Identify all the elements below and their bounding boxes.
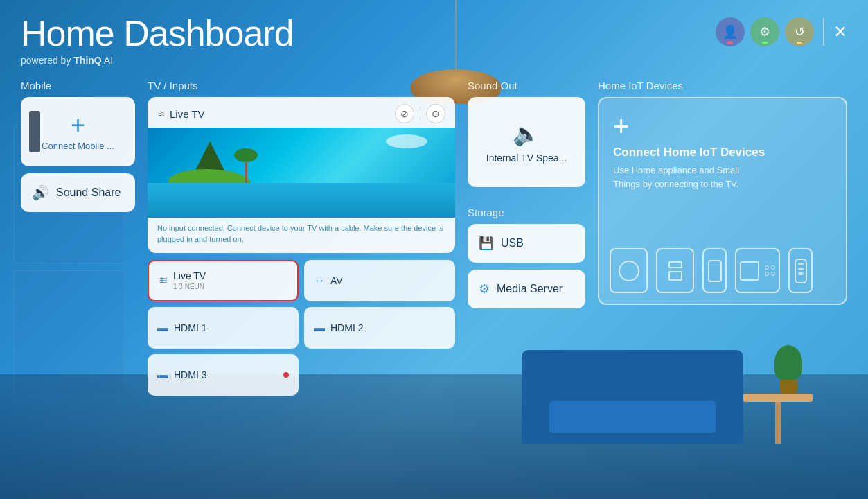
mobile-section-label: Mobile bbox=[21, 80, 135, 91]
sound-out-card[interactable]: 🔈 Internal TV Spea... bbox=[468, 97, 585, 187]
remote-btn-2 bbox=[798, 268, 804, 270]
dryer-bottom bbox=[668, 271, 682, 281]
sound-out-label: Sound Out bbox=[468, 80, 585, 91]
oven-dot-2 bbox=[771, 265, 775, 270]
tv-section-label: TV / Inputs bbox=[148, 80, 455, 91]
iot-plus-icon: + bbox=[613, 112, 832, 140]
washing-machine-icon bbox=[619, 261, 639, 281]
sound-share-card[interactable]: 🔊 Sound Share bbox=[21, 173, 135, 212]
remote-btn-1 bbox=[798, 263, 804, 265]
storage-section: Storage 💾 USB ⚙ Media Server bbox=[468, 207, 585, 308]
hdmi3-icon: ▬ bbox=[157, 369, 168, 381]
hdmi1-label: HDMI 1 bbox=[174, 322, 206, 333]
tv-action-divider bbox=[420, 107, 420, 121]
user-button[interactable]: 👤 bbox=[716, 17, 745, 46]
remote-btn-3 bbox=[798, 272, 804, 275]
sound-storage-column: Sound Out 🔈 Internal TV Spea... Storage … bbox=[468, 80, 585, 318]
subtitle: powered by ThinQ AI bbox=[21, 55, 294, 66]
header: Home Dashboard powered by ThinQ AI 👤 ⚙ ↺… bbox=[21, 14, 847, 66]
iot-description: Use Home appliance and Small Things by c… bbox=[613, 164, 752, 191]
input-hdmi2[interactable]: ▬ HDMI 2 bbox=[304, 307, 455, 349]
refresh-button[interactable]: ↺ bbox=[785, 17, 814, 46]
media-server-card[interactable]: ⚙ Media Server bbox=[468, 270, 585, 308]
iot-section-label: Home IoT Devices bbox=[598, 80, 847, 91]
live-tv-label: ≋ Live TV bbox=[157, 108, 205, 120]
usb-card[interactable]: 💾 USB bbox=[468, 224, 585, 263]
iot-title: Connect Home IoT Devices bbox=[613, 146, 832, 159]
iot-device-washing-machine bbox=[610, 248, 648, 293]
content-overlay: Home Dashboard powered by ThinQ AI 👤 ⚙ ↺… bbox=[0, 0, 868, 499]
storage-label: Storage bbox=[468, 207, 585, 218]
input-live-tv[interactable]: ≋ Live TV 1 3 NEUN bbox=[148, 260, 299, 301]
tv-thumbnail bbox=[148, 128, 455, 218]
usb-label: USB bbox=[501, 237, 524, 250]
mobile-section: Mobile + Connect Mobile ... 🔊 Sound Shar… bbox=[21, 80, 135, 212]
usb-icon: 💾 bbox=[479, 236, 494, 251]
tv-no-input-message: No input connected. Connect device to yo… bbox=[148, 218, 455, 253]
input-hdmi3[interactable]: ▬ HDMI 3 bbox=[148, 354, 299, 396]
iot-device-remote bbox=[788, 248, 813, 293]
hdmi3-dot bbox=[283, 372, 289, 378]
sound-out-current: Internal TV Spea... bbox=[486, 152, 567, 164]
island-palm bbox=[245, 148, 247, 183]
phone-icon bbox=[708, 260, 722, 282]
hdmi1-icon: ▬ bbox=[157, 322, 168, 334]
live-tv-input-label: Live TV bbox=[173, 270, 206, 281]
sound-out-section: Sound Out 🔈 Internal TV Spea... bbox=[468, 80, 585, 187]
oven-content bbox=[740, 261, 775, 281]
iot-section: Home IoT Devices + Connect Home IoT Devi… bbox=[598, 80, 847, 305]
media-server-label: Media Server bbox=[497, 283, 563, 295]
iot-device-phone bbox=[702, 248, 727, 293]
settings-button[interactable]: ⚙ bbox=[750, 17, 779, 46]
hdmi3-label: HDMI 3 bbox=[174, 369, 206, 380]
media-server-icon: ⚙ bbox=[479, 281, 490, 297]
iot-device-dryer bbox=[656, 248, 694, 293]
sections-row: Mobile + Connect Mobile ... 🔊 Sound Shar… bbox=[21, 80, 847, 405]
oven-dot-4 bbox=[771, 272, 775, 276]
live-tv-sub: 1 3 NEUN bbox=[173, 283, 206, 290]
subtitle-prefix: powered by bbox=[21, 55, 73, 66]
speaker-icon: 🔈 bbox=[513, 121, 540, 147]
tv-remove-button[interactable]: ⊖ bbox=[426, 104, 445, 123]
speaker-bluetooth-icon: 🔊 bbox=[32, 184, 49, 201]
tv-section: TV / Inputs ≋ Live TV ⊘ ⊖ bbox=[148, 80, 455, 396]
connect-mobile-card[interactable]: + Connect Mobile ... bbox=[21, 97, 135, 166]
oven-window bbox=[740, 261, 759, 281]
live-tv-info: Live TV 1 3 NEUN bbox=[173, 270, 206, 290]
brand-name: ThinQ bbox=[73, 55, 101, 66]
av-label: AV bbox=[330, 275, 343, 286]
input-av[interactable]: ↔ AV bbox=[304, 260, 455, 301]
island-water bbox=[148, 183, 455, 218]
connect-mobile-label: Connect Mobile ... bbox=[42, 141, 114, 151]
tv-main-card[interactable]: ≋ Live TV ⊘ ⊖ No input conne bbox=[148, 97, 455, 253]
iot-device-oven bbox=[735, 248, 780, 293]
sound-share-label: Sound Share bbox=[56, 186, 121, 199]
page-title: Home Dashboard bbox=[21, 14, 294, 53]
current-input-label: Live TV bbox=[170, 108, 205, 120]
oven-dot-3 bbox=[765, 272, 769, 276]
dryer-top bbox=[668, 261, 682, 268]
mobile-icon-strip bbox=[29, 111, 40, 152]
live-tv-icon: ≋ bbox=[159, 274, 168, 287]
antenna-icon: ≋ bbox=[157, 108, 166, 119]
tv-card-actions: ⊘ ⊖ bbox=[395, 104, 445, 123]
hdmi2-icon: ▬ bbox=[314, 322, 325, 334]
controls-divider bbox=[823, 18, 824, 46]
iot-card[interactable]: + Connect Home IoT Devices Use Home appl… bbox=[598, 97, 847, 305]
window-controls: 👤 ⚙ ↺ ✕ bbox=[716, 17, 847, 46]
tv-card-header: ≋ Live TV ⊘ ⊖ bbox=[148, 97, 455, 128]
title-section: Home Dashboard powered by ThinQ AI bbox=[21, 14, 294, 66]
ai-suffix: AI bbox=[102, 55, 113, 66]
tv-cast-button[interactable]: ⊘ bbox=[395, 104, 414, 123]
plus-icon: + bbox=[71, 113, 85, 138]
iot-devices-row bbox=[610, 248, 835, 293]
oven-dot-1 bbox=[765, 265, 769, 270]
remote-icon bbox=[795, 259, 807, 283]
tv-inputs-grid: ≋ Live TV 1 3 NEUN ↔ AV ▬ HDMI 1 bbox=[148, 260, 455, 396]
av-icon: ↔ bbox=[314, 274, 325, 287]
oven-controls bbox=[765, 265, 775, 276]
hdmi2-label: HDMI 2 bbox=[330, 322, 363, 333]
close-button[interactable]: ✕ bbox=[833, 22, 847, 42]
input-hdmi1[interactable]: ▬ HDMI 1 bbox=[148, 307, 299, 349]
sky-clouds bbox=[386, 134, 427, 148]
